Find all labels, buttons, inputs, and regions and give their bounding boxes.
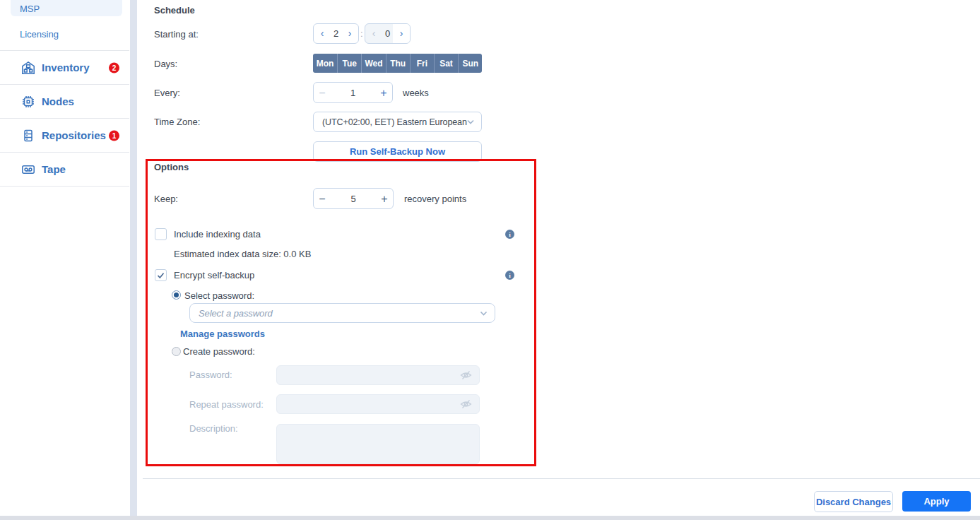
day-button-thu[interactable]: Thu xyxy=(386,54,410,73)
minute-increment-button[interactable]: › xyxy=(393,24,410,43)
every-unit-label: weeks xyxy=(403,88,429,98)
password-select[interactable]: Select a password xyxy=(189,303,495,323)
days-label: Days: xyxy=(154,59,177,69)
hour-increment-button[interactable]: › xyxy=(341,24,358,43)
every-decrement-button[interactable]: − xyxy=(314,83,331,102)
indexing-info-icon[interactable]: i xyxy=(505,230,514,239)
password-select-placeholder: Select a password xyxy=(190,308,480,319)
time-zone-select[interactable]: (UTC+02:00, EET) Eastern European... xyxy=(313,112,482,132)
create-password-label: Create password: xyxy=(183,346,255,357)
nodes-icon xyxy=(21,95,35,109)
eye-off-icon[interactable] xyxy=(460,370,472,380)
every-weeks-stepper[interactable]: − 1 + xyxy=(313,82,393,103)
options-section-title: Options xyxy=(154,162,189,172)
hour-value: 2 xyxy=(331,28,341,39)
every-increment-button[interactable]: + xyxy=(375,83,392,102)
repeat-password-label: Repeat password: xyxy=(189,399,264,410)
password-label: Password: xyxy=(189,370,232,380)
days-selector: Mon Tue Wed Thu Fri Sat Sun xyxy=(313,54,482,73)
encrypt-info-icon[interactable]: i xyxy=(505,271,514,280)
keep-unit-label: recovery points xyxy=(404,194,466,204)
time-zone-value: (UTC+02:00, EET) Eastern European... xyxy=(314,117,467,127)
include-indexing-label: Include indexing data xyxy=(174,229,261,240)
keep-label: Keep: xyxy=(154,194,178,204)
sidebar-item-label: Tape xyxy=(42,163,66,175)
hour-decrement-button[interactable]: ‹ xyxy=(314,24,331,43)
footer-divider xyxy=(143,478,980,479)
day-button-mon[interactable]: Mon xyxy=(313,54,337,73)
horizontal-scrollbar[interactable] xyxy=(0,516,980,520)
estimated-size-text: Estimated index data size: 0.0 KB xyxy=(174,249,311,259)
inventory-badge: 2 xyxy=(109,62,119,73)
sidebar-item-label: Repositories xyxy=(42,129,106,141)
keep-increment-button[interactable]: + xyxy=(376,189,393,208)
sidebar-item-inventory[interactable]: Inventory 2 xyxy=(0,51,129,85)
minute-stepper[interactable]: ‹ 0 › xyxy=(365,23,411,44)
encrypt-backup-checkbox[interactable] xyxy=(155,269,167,281)
manage-passwords-link[interactable]: Manage passwords xyxy=(180,329,265,339)
repeat-password-input[interactable] xyxy=(276,394,480,414)
keep-decrement-button[interactable]: − xyxy=(314,189,331,208)
every-value: 1 xyxy=(331,88,375,98)
hour-stepper[interactable]: ‹ 2 › xyxy=(313,23,359,44)
checkmark-icon xyxy=(157,272,165,279)
sidebar: MSP Licensing Inventory 2 Nodes xyxy=(0,0,129,520)
inventory-icon xyxy=(21,61,35,75)
select-password-radio[interactable] xyxy=(172,290,181,300)
repositories-badge: 1 xyxy=(109,130,119,141)
eye-off-icon[interactable] xyxy=(460,399,472,409)
starting-at-label: Starting at: xyxy=(154,29,199,40)
sidebar-item-nodes[interactable]: Nodes xyxy=(0,85,129,119)
sidebar-scrollbar[interactable] xyxy=(130,0,137,520)
create-password-radio[interactable] xyxy=(172,347,181,356)
day-button-tue[interactable]: Tue xyxy=(337,54,361,73)
description-label: Description: xyxy=(189,423,238,434)
password-input[interactable] xyxy=(276,365,480,385)
select-password-label: Select password: xyxy=(184,290,254,301)
description-textarea[interactable] xyxy=(276,424,480,464)
include-indexing-checkbox[interactable] xyxy=(155,228,167,240)
chevron-down-icon xyxy=(467,119,474,124)
discard-changes-button[interactable]: Discard Changes xyxy=(814,491,893,512)
sidebar-item-msp[interactable]: MSP xyxy=(20,4,40,14)
day-button-sat[interactable]: Sat xyxy=(434,54,458,73)
sidebar-item-repositories[interactable]: Repositories 1 xyxy=(0,119,129,153)
day-button-fri[interactable]: Fri xyxy=(410,54,434,73)
day-button-wed[interactable]: Wed xyxy=(361,54,385,73)
keep-stepper[interactable]: − 5 + xyxy=(313,188,394,209)
repositories-icon xyxy=(21,129,35,143)
self-backup-settings-page: MSP Licensing Inventory 2 Nodes xyxy=(0,0,980,520)
keep-value: 5 xyxy=(331,194,376,204)
minute-decrement-button[interactable]: ‹ xyxy=(365,24,382,43)
sidebar-item-label: Inventory xyxy=(42,61,90,73)
time-zone-label: Time Zone: xyxy=(154,117,200,127)
day-button-sun[interactable]: Sun xyxy=(458,54,482,73)
time-separator: : xyxy=(360,28,363,39)
schedule-section-title: Schedule xyxy=(154,5,195,16)
every-label: Every: xyxy=(154,88,180,98)
sidebar-item-licensing[interactable]: Licensing xyxy=(20,29,59,40)
tape-icon xyxy=(21,162,35,177)
sidebar-item-label: Nodes xyxy=(42,95,74,107)
apply-button[interactable]: Apply xyxy=(902,491,971,512)
chevron-down-icon xyxy=(480,311,488,316)
encrypt-backup-label: Encrypt self-backup xyxy=(174,270,254,280)
sidebar-item-tape[interactable]: Tape xyxy=(0,153,129,187)
run-self-backup-button[interactable]: Run Self-Backup Now xyxy=(313,141,482,162)
minute-value: 0 xyxy=(382,28,393,39)
